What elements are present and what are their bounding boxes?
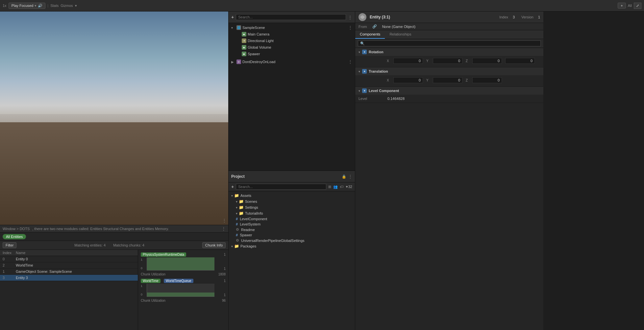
separator1: | [47, 4, 48, 8]
version-value: 1 [538, 15, 540, 19]
chunk-right-val4: 1 [216, 293, 226, 297]
tree-item-dontdestroy[interactable]: ▶ D DontDestroyOnLoad ⋮ [229, 59, 355, 65]
table-row[interactable]: 0 Entity 0 [0, 256, 138, 262]
tree-arrow-icon: ▾ [231, 26, 235, 30]
hierarchy-menu-button[interactable]: ⋮ [348, 15, 352, 20]
project-lock-icon[interactable]: 🔒 [342, 175, 346, 179]
chunk-util-row2: Chunk Utilization 96 [141, 299, 226, 302]
rotation-arrow-icon: ▾ [359, 50, 360, 54]
level-component: ▾ ✦ Level Component Level 0.1464828 [355, 87, 543, 103]
project-tutorialinfo-folder[interactable]: ▾ 📁 TutorialInfo [229, 210, 355, 216]
table-row[interactable]: 1 GameObject Scene: SampleScene [0, 269, 138, 275]
row-2-name: WorldTime [16, 263, 135, 267]
project-people-icon[interactable]: 👥 [333, 185, 338, 189]
entity-notice: , there are two new modules called: Enti… [32, 227, 169, 231]
entity-title: Entity (3:1) [370, 15, 390, 19]
rotation-header[interactable]: ▾ ✦ Rotation [355, 48, 543, 56]
project-label-icon[interactable]: 🏷 [340, 185, 343, 189]
chunk-tag-worldtimequeue: WorldTimeQueue [164, 279, 193, 283]
dontdestroy-icon: D [236, 59, 241, 64]
project-levelsystem-file[interactable]: # LevelSystem [229, 222, 355, 227]
add-button[interactable]: + [618, 3, 626, 9]
project-view-icon[interactable]: ⊞ [328, 185, 331, 189]
translation-header[interactable]: ▾ ✦ Translation [355, 67, 543, 75]
settings-label: Settings [245, 205, 258, 209]
dontdestroy-options-icon[interactable]: ⋮ [348, 59, 352, 64]
project-options-icon[interactable]: ⋮ [348, 174, 352, 179]
project-scenes-folder[interactable]: ▾ 📁 Scenes [229, 199, 355, 204]
assets-arrow-icon: ▾ [231, 194, 233, 198]
tx-axis-label: X [387, 79, 391, 82]
table-row[interactable]: 2 WorldTime [0, 262, 138, 269]
scene-options-icon[interactable]: ⋮ [348, 25, 352, 30]
row-3-name: Entity 3 [16, 276, 135, 280]
tab-components[interactable]: Components [355, 30, 385, 39]
project-readme-file[interactable]: ⚙ Readme [229, 227, 355, 232]
middle-panel: + ⋮ ▾ 🌐 SampleScene ⋮ ■ Main Camera [229, 12, 355, 330]
tab-relationships[interactable]: Relationships [385, 30, 416, 39]
svg-marker-0 [360, 15, 364, 19]
gizmos-label[interactable]: Gizmos [61, 4, 73, 8]
project-search-input[interactable] [236, 184, 326, 190]
y-bot-2: 0 [141, 293, 145, 296]
cube-icon: ■ [242, 32, 246, 36]
panel-options-icon[interactable]: ⋮ [222, 226, 226, 231]
assets-label: Assets [240, 194, 251, 198]
gameobject-link-icon: 🔗 [372, 24, 377, 29]
translation-y-input[interactable] [433, 77, 462, 83]
table-row[interactable]: 3 Entity 3 [0, 275, 138, 281]
rotation-x-input[interactable] [393, 58, 423, 64]
all-entities-tab[interactable]: All Entities [3, 234, 26, 239]
gizmos-arrow-icon: ▾ [75, 4, 77, 8]
project-levelcomponent-file[interactable]: # LevelComponent [229, 216, 355, 222]
project-urp-file[interactable]: ⚙ UniversalRenderPipelineGlobalSettings [229, 238, 355, 243]
viewport-options-icon[interactable]: ⋮ [222, 218, 226, 223]
project-settings-folder[interactable]: ▾ 📁 Settings [229, 204, 355, 210]
tree-item-dirlight[interactable]: ☀ Directional Light [234, 37, 355, 44]
tree-item-globalvolume[interactable]: ■ Global Volume [234, 44, 355, 51]
project-assets-root[interactable]: ▾ 📁 Assets [229, 193, 355, 199]
y-top-1: 1 [141, 258, 145, 261]
level-value: 0.1464828 [387, 97, 405, 101]
rotation-y-input[interactable] [433, 58, 462, 64]
level-component-header[interactable]: ▾ ✦ Level Component [355, 87, 543, 95]
tree-item-samplescene[interactable]: ▾ 🌐 SampleScene ⋮ [229, 24, 355, 31]
entity-list: Index Name 0 Entity 0 2 WorldTime 1 Game… [0, 250, 138, 330]
hierarchy-add-button[interactable]: + [231, 14, 234, 20]
rotation-component-icon: ✦ [362, 50, 367, 54]
chunk-info-button[interactable]: Chunk Info [202, 242, 226, 248]
rotation-w-input[interactable] [505, 58, 535, 64]
ground [0, 122, 228, 225]
hierarchy-section: + ⋮ ▾ 🌐 SampleScene ⋮ ■ Main Camera [229, 12, 355, 171]
inspector-search-input[interactable] [358, 40, 541, 46]
search-all-label: All [628, 4, 632, 8]
project-add-button[interactable]: + [231, 184, 234, 189]
game-viewport [0, 12, 228, 225]
dontdestroy-arrow-icon: ▶ [231, 60, 235, 64]
project-spawer-file[interactable]: # Spawer [229, 232, 355, 238]
tree-item-maincamera[interactable]: ■ Main Camera [234, 31, 355, 37]
chunk-bar-1 [147, 257, 214, 271]
gear-icon-readme: ⚙ [236, 227, 239, 232]
row-0-name: Entity 0 [16, 257, 135, 261]
y-top-2: 1 [141, 284, 145, 288]
stats-label[interactable]: Stats [50, 4, 59, 8]
tree-dontdestroy-label: DontDestroyOnLoad [242, 60, 275, 64]
chunk-right-val3: 1 [197, 279, 226, 283]
project-count: ✦32 [345, 185, 352, 189]
translation-z-input[interactable] [472, 77, 502, 83]
tree-item-spawer[interactable]: ■ Spawer [234, 51, 355, 57]
rotation-z-input[interactable] [472, 58, 502, 64]
project-packages-root[interactable]: ▾ 📁 Packages [229, 243, 355, 249]
play-focused-button[interactable]: Play Focused ▾ 🔊 [9, 3, 46, 9]
project-panel: Project 🔒 ⋮ + ⊞ 👥 🏷 ✦32 ▾ 📁 Assets [229, 171, 355, 330]
filter-button[interactable]: Filter [3, 242, 16, 248]
hierarchy-header: + ⋮ [229, 12, 355, 23]
translation-x-input[interactable] [393, 77, 423, 83]
row-2-index: 2 [3, 263, 16, 267]
sky-gradient [0, 12, 228, 129]
maximize-button[interactable]: ⤢ [634, 3, 641, 9]
entity-list-header: Index Name [0, 250, 138, 256]
hierarchy-search-input[interactable] [236, 14, 346, 20]
y-axis-2: 1 0 [141, 284, 145, 297]
